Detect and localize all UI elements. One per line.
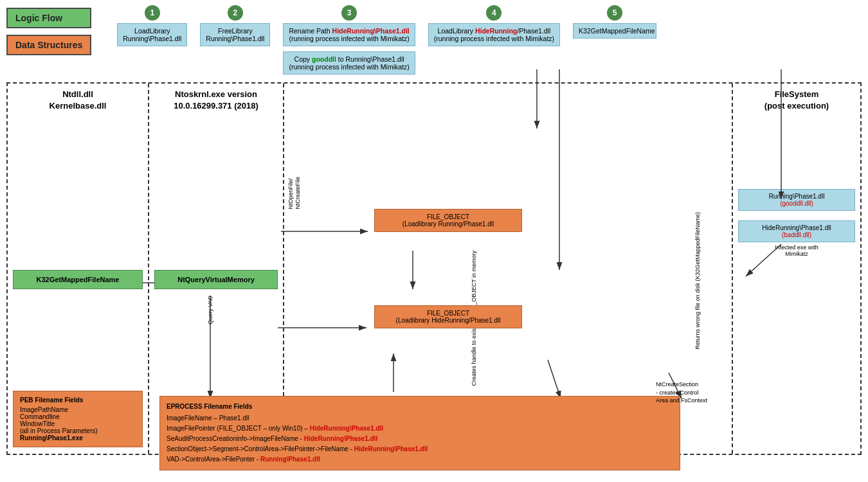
step-3-box: Rename Path HideRunning\Phase1.dll (runn… [283,23,415,46]
filesystem-title: FileSystem(post execution) [738,89,855,112]
step-bubbles: 1 LoadLibraryRunning\Phase1.dll 2 FreeLi… [117,5,862,75]
step-1-number: 1 [145,5,160,21]
peb-fields-box: PEB Filename Fields ImagePathName Comman… [13,391,143,447]
fs-running-box: Running\Phase1.dll(gooddll.dll) [738,189,855,211]
fs-running-container: Running\Phase1.dll(gooddll.dll) [738,189,855,211]
step-2-box: FreeLibraryRunning\Phase1.dll [200,23,270,46]
step-1: 1 LoadLibraryRunning\Phase1.dll [117,5,187,46]
file-obj-bottom-container: FILE_OBJECT(Loadlibrary HideRunning/Phas… [374,305,522,328]
step-1-box: LoadLibraryRunning\Phase1.dll [117,23,187,46]
step-4-box: LoadLibrary HideRunning/Phase1.dll (runn… [428,23,560,46]
eprocess-fields-box: EPROCESS Filename Fields ImageFileName –… [159,396,680,470]
fs-infected-label: Infected exe withMimikatz [738,244,855,257]
step-3-number: 3 [341,5,357,21]
peb-box: PEB Filename Fields ImagePathName Comman… [13,391,143,447]
file-obj-top: FILE_OBJECT(Loadlibrary Running/Phase1.d… [374,209,522,232]
step-4-number: 4 [486,5,502,21]
k32-mapped-box: K32GetMappedFileName [13,270,143,289]
step-5: 5 K32GetMappedFileName [573,5,656,39]
nt-create-section-label: NtCreateSection- creates ControlArea and… [656,380,707,405]
query-vad-label: Query VAD [207,296,213,325]
ntdll-title: Ntdll.dllKernelbase.dll [13,89,143,112]
returns-wrong-label: Returns wrong file on disk (K32GetMapped… [694,212,730,350]
file-obj-top-container: FILE_OBJECT(Loadlibrary Running/Phase1.d… [374,209,522,232]
left-labels: Logic Flow Data Structures [6,8,91,55]
nt-open-file-label: NtOpenFile/NtCreateFile [287,177,302,210]
logic-flow-label[interactable]: Logic Flow [6,8,91,28]
top-bar: Logic Flow Data Structures 1 LoadLibrary… [0,0,868,80]
step-5-box: K32GetMappedFileName [573,23,656,39]
fs-hiderunning-box: HideRunning\Phase1.dll(baddll.dll) [738,220,855,242]
file-obj-bottom: FILE_OBJECT(Loadlibrary HideRunning/Phas… [374,305,522,328]
step-5-number: 5 [607,5,622,21]
step-4: 4 LoadLibrary HideRunning/Phase1.dll (ru… [428,5,560,46]
ntoskrnl-title: Ntoskrnl.exe version10.0.16299.371 (2018… [154,89,278,112]
eprocess-spanning-box: EPROCESS Filename Fields ImageFileName –… [159,396,680,470]
step-2: 2 FreeLibraryRunning\Phase1.dll [200,5,270,46]
section-filesystem: FileSystem(post execution) Returns wrong… [732,84,860,454]
nt-query-box: NtQueryVirtualMemory [154,270,278,289]
data-structures-label[interactable]: Data Structures [6,35,91,55]
step-2-number: 2 [228,5,243,21]
section-ntdll: Ntdll.dllKernelbase.dll K32GetMappedFile… [8,84,149,454]
copy-box: Copy gooddll to Running\Phase1.dll (runn… [283,51,415,75]
fs-hiderunning-container: HideRunning\Phase1.dll(baddll.dll) Infec… [738,220,855,257]
step-3: 3 Rename Path HideRunning\Phase1.dll (ru… [283,5,415,75]
